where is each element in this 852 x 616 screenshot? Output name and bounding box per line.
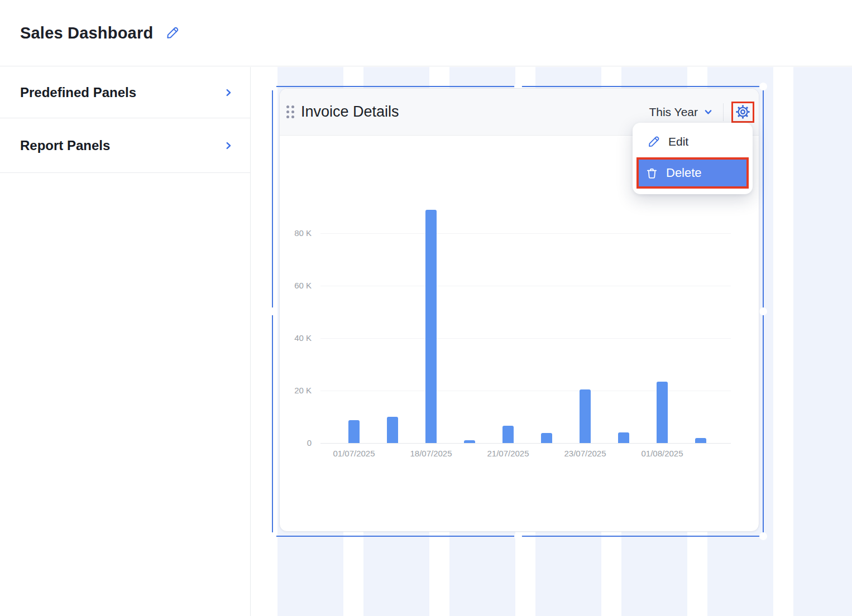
x-axis-line xyxy=(320,443,731,444)
y-tick-label: 20 K xyxy=(280,386,312,395)
trash-icon xyxy=(645,167,658,180)
gridline xyxy=(320,286,731,286)
resize-handle[interactable] xyxy=(269,532,276,540)
sidebar-item-label: Report Panels xyxy=(20,138,110,153)
menu-item-delete[interactable]: Delete xyxy=(639,160,746,186)
sidebar: Predefined Panels Report Panels xyxy=(0,67,251,616)
y-tick-label: 60 K xyxy=(280,281,312,290)
menu-item-edit[interactable]: Edit xyxy=(642,128,744,155)
bar[interactable] xyxy=(695,438,706,443)
resize-handle[interactable] xyxy=(269,83,276,90)
chevron-right-icon xyxy=(223,88,233,98)
resize-handle[interactable] xyxy=(759,83,767,90)
x-tick-label: 01/08/2025 xyxy=(631,449,693,458)
bar[interactable] xyxy=(348,420,360,443)
gridline xyxy=(320,391,731,391)
y-tick-label: 0 xyxy=(280,438,312,447)
x-tick-label: 21/07/2025 xyxy=(477,449,539,458)
topbar: Sales Dashboard xyxy=(0,0,852,66)
gridline xyxy=(320,338,731,339)
resize-handle[interactable] xyxy=(514,532,522,540)
y-tick-label: 40 K xyxy=(280,333,312,343)
bar[interactable] xyxy=(502,426,514,443)
bar[interactable] xyxy=(618,432,629,443)
pencil-icon xyxy=(165,26,180,40)
y-tick-label: 80 K xyxy=(280,228,312,238)
page-title: Sales Dashboard xyxy=(20,24,153,42)
x-tick-label: 01/07/2025 xyxy=(323,449,385,458)
bar[interactable] xyxy=(580,389,591,443)
delete-highlight-annotation: Delete xyxy=(636,157,749,189)
bar[interactable] xyxy=(541,433,552,443)
x-tick-label: 23/07/2025 xyxy=(554,449,616,458)
menu-item-label: Delete xyxy=(666,166,702,180)
resize-handle[interactable] xyxy=(269,307,276,315)
chevron-right-icon xyxy=(223,141,233,151)
resize-handle[interactable] xyxy=(759,532,767,540)
bar[interactable] xyxy=(464,440,475,443)
resize-handle[interactable] xyxy=(759,307,767,315)
bar[interactable] xyxy=(657,382,668,443)
edit-dashboard-name-button[interactable] xyxy=(165,26,180,40)
pencil-icon xyxy=(647,135,660,148)
sidebar-item-report-panels[interactable]: Report Panels xyxy=(0,118,250,173)
gridline xyxy=(320,233,731,234)
sidebar-item-label: Predefined Panels xyxy=(20,85,136,100)
bar[interactable] xyxy=(387,417,398,443)
sidebar-item-predefined-panels[interactable]: Predefined Panels xyxy=(0,67,250,118)
bar[interactable] xyxy=(425,210,437,443)
x-tick-label: 18/07/2025 xyxy=(400,449,462,458)
menu-item-label: Edit xyxy=(668,135,688,148)
panel-settings-menu: Edit Delete xyxy=(633,123,753,194)
